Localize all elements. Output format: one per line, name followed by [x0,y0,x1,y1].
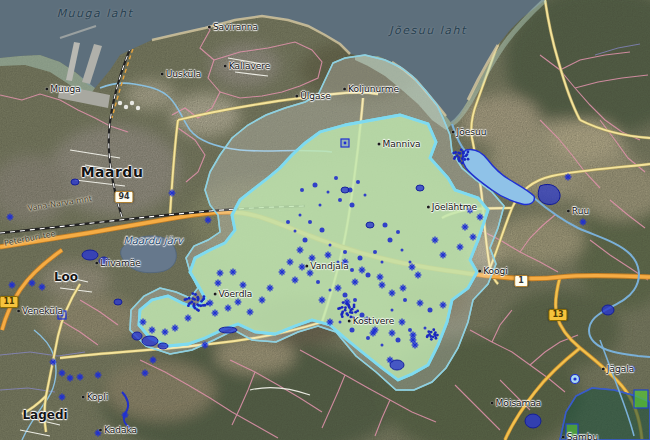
karst-dot [188,297,191,300]
protected-object-marker [212,310,219,317]
water-feature-spot [350,268,354,272]
protected-object-marker [230,269,237,276]
water-feature-spot [319,204,322,207]
protected-object-marker [67,375,74,382]
protected-object-marker [217,270,224,277]
map-viewport[interactable]: Muuga lahtJõesuu lahtMaarduLooLagediMuug… [0,0,650,440]
water-feature-spot [339,321,342,324]
satellite-basemap [0,0,650,440]
karst-dot [351,311,354,314]
water-feature-spot [391,309,394,312]
protected-object-marker [235,299,242,306]
water-feature-spot [396,338,401,343]
karst-dot [341,315,344,318]
protected-object-marker [410,332,417,339]
protected-object-marker [389,290,396,297]
karst-dot [457,157,460,160]
protected-object-marker [364,317,371,324]
water-feature-spot [353,298,357,302]
water-feature-spot [313,183,318,188]
karst-dot [428,333,431,336]
protected-water-polygon [132,332,142,340]
karst-dot [461,162,464,165]
protected-object-marker [202,342,209,349]
protected-object-marker [417,300,424,307]
protected-object-marker [247,309,254,316]
karst-dot [460,148,463,151]
protected-object-marker [185,315,192,322]
protected-object-marker [95,372,102,379]
protected-object-marker [59,370,66,377]
karst-dot [201,298,204,301]
protected-object-marker [142,370,149,377]
protected-object-marker [59,394,66,401]
protected-object-marker [412,342,419,349]
water-feature-spot [327,191,330,194]
water-feature-spot [381,344,384,347]
water-feature-spot [373,250,377,254]
water-feature-spot [343,250,347,254]
karst-dot [461,157,464,160]
water-feature-spot [329,289,332,292]
protected-object-marker [172,325,179,332]
karst-dot [453,157,456,160]
karst-dot [339,307,342,310]
karst-dot [185,298,188,301]
protected-water-polygon [602,305,614,315]
water-feature-spot [401,249,404,252]
water-feature-spot [364,194,367,197]
water-feature-spot [350,203,355,208]
protected-object-marker [77,374,84,381]
protected-object-marker [440,302,447,309]
protected-water-polygon [158,343,168,349]
protected-object-marker [477,214,484,221]
karst-dot [202,304,205,307]
karst-dot [189,302,192,305]
protected-object-marker [457,244,464,251]
protected-object-marker [287,259,294,266]
protected-object-marker [307,270,314,277]
protected-object-marker [267,285,274,292]
karst-dot [353,304,356,307]
protected-object-marker [335,285,342,292]
water-feature-spot [388,238,393,243]
protected-object-marker [342,259,349,266]
karst-dot [463,158,466,161]
karst-dot [346,314,349,317]
karst-dot [196,299,199,302]
protected-water-polygon [82,250,98,260]
karst-dot [346,303,349,306]
protected-object-marker [150,357,157,364]
water-feature-spot [408,328,412,332]
protected-object-marker [432,237,439,244]
karst-dot [202,295,205,298]
water-feature-spot [366,336,370,340]
protected-object-marker [292,277,299,284]
water-feature-spot [286,220,290,224]
water-feature-spot [403,298,407,302]
karst-dot [196,296,199,299]
protected-object-marker [389,330,396,337]
protected-object-marker [325,252,332,259]
water-feature-spot [300,188,304,192]
water-feature-spot [358,256,363,261]
protected-water-polygon [366,222,374,228]
karst-dot [348,305,351,308]
protected-object-marker [225,305,232,312]
protected-object-marker [162,329,169,336]
protected-object-marker [319,297,326,304]
water-feature-spot [360,313,365,318]
protected-object-marker [259,297,266,304]
karst-dot [191,292,194,295]
protected-object-marker [29,280,36,287]
protected-object-marker [279,269,286,276]
karst-dot [466,153,469,156]
karst-dot [432,328,435,331]
protected-object-marker [205,217,212,224]
protected-water-polygon [99,257,109,265]
water-feature-spot [350,328,355,333]
karst-dot [192,297,195,300]
karst-dot [194,293,197,296]
karst-dot [426,335,429,338]
spring-icon-dot [573,377,576,380]
